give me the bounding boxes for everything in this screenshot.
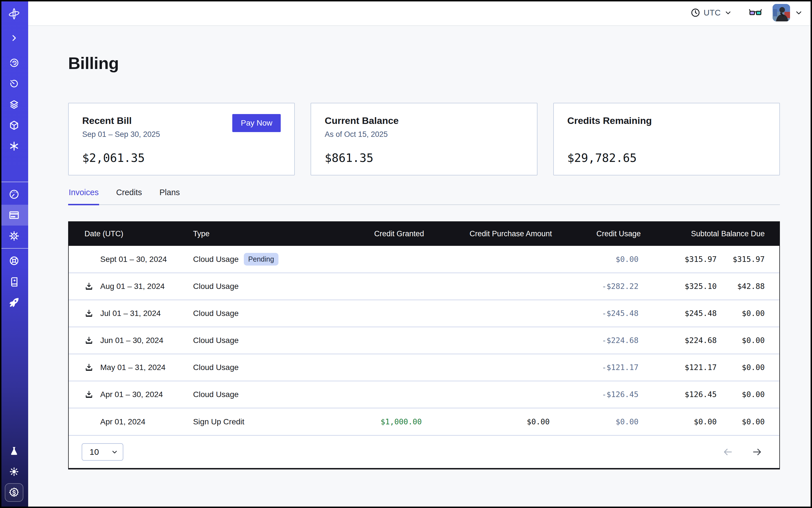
prev-page-button[interactable] <box>722 447 733 457</box>
credit-granted-cell: $1,000.00 <box>314 408 424 435</box>
invoice-type: Cloud Usage <box>193 390 239 399</box>
sidebar-group-help <box>0 250 28 313</box>
credit-purchase-amount-cell <box>424 273 552 300</box>
subtotal-cell: $325.10 <box>641 273 719 300</box>
nav-labs[interactable] <box>0 440 28 461</box>
invoice-row: Jul 01 – 31, 2024Cloud Usage-$245.48$245… <box>69 300 779 327</box>
nav-earn-credits[interactable] <box>0 482 28 503</box>
nav-services[interactable] <box>0 136 28 157</box>
sidebar-group-logo <box>0 0 28 28</box>
nav-usage[interactable] <box>0 184 28 205</box>
invoice-type-cell: Cloud Usage <box>193 354 314 381</box>
nav-history[interactable] <box>0 73 28 94</box>
billing-tabs: Invoices Credits Plans <box>68 188 780 205</box>
sidebar-group-collapse <box>0 28 28 48</box>
pay-now-button[interactable]: Pay Now <box>232 114 281 132</box>
invoice-row: Jun 01 – 30, 2024Cloud Usage-$224.68$224… <box>69 327 779 354</box>
status-badge-pending: Pending <box>244 253 279 265</box>
sidebar-expand-button[interactable] <box>0 28 28 48</box>
tab-invoices[interactable]: Invoices <box>68 188 99 204</box>
pagination <box>722 447 762 457</box>
page-size-value: 10 <box>90 447 99 457</box>
nav-settings[interactable] <box>0 225 28 246</box>
credit-granted-cell <box>314 327 424 354</box>
invoice-type-cell: Cloud Usage <box>193 273 314 300</box>
avatar <box>773 4 790 22</box>
nav-getting-started[interactable] <box>0 292 28 313</box>
credit-purchase-amount-cell <box>424 300 552 327</box>
invoice-date-cell: Apr 01 – 30, 2024 <box>69 381 193 408</box>
chevron-down-icon <box>795 8 803 17</box>
invoice-date: Jul 01 – 31, 2024 <box>100 309 161 318</box>
sidebar-group-account <box>0 184 28 246</box>
subtotal-cell: $245.48 <box>641 300 719 327</box>
rocket-icon <box>9 297 19 308</box>
invoice-row: Aug 01 – 31, 2024Cloud Usage-$282.22$325… <box>69 273 779 300</box>
credit-usage-value: $0.00 <box>616 417 639 426</box>
sidebar-divider <box>0 182 28 182</box>
credits-remaining-amount: $29,782.65 <box>567 151 766 165</box>
balance-due-value: $42.88 <box>737 282 765 291</box>
credit-granted-cell <box>314 300 424 327</box>
subtotal-value: $224.68 <box>685 336 717 345</box>
credit-usage-value: -$121.17 <box>602 363 639 372</box>
gauge-icon <box>9 189 19 200</box>
nav-layers[interactable] <box>0 94 28 115</box>
invoice-date-cell: Apr 01, 2024 <box>69 408 193 435</box>
download-invoice-button[interactable] <box>84 309 93 318</box>
credit-granted-value: $1,000.00 <box>381 417 422 426</box>
topbar: UTC <box>28 0 812 26</box>
timezone-selector[interactable]: UTC <box>691 8 732 17</box>
subtotal-value: $126.45 <box>685 390 717 399</box>
balance-due-cell: $0.00 <box>719 354 779 381</box>
subtotal-value: $325.10 <box>685 282 717 291</box>
invoice-type: Cloud Usage <box>193 336 239 345</box>
balance-due-cell: $315.97 <box>719 246 779 273</box>
invoice-type-cell: Cloud Usage <box>193 300 314 327</box>
sidebar-divider <box>0 248 28 249</box>
user-menu[interactable] <box>773 4 803 22</box>
column-header-credit-usage: Credit Usage <box>552 222 641 246</box>
page-title: Billing <box>68 53 780 73</box>
nav-theme-toggle[interactable] <box>0 461 28 482</box>
next-page-button[interactable] <box>752 447 762 457</box>
download-invoice-button[interactable] <box>84 390 93 399</box>
column-header-type: Type <box>193 222 314 246</box>
page-size-select[interactable]: 10 <box>82 443 123 461</box>
credit-usage-value: $0.00 <box>616 255 639 263</box>
nav-docs[interactable] <box>0 271 28 292</box>
nav-billing[interactable] <box>0 205 28 225</box>
credit-usage-cell: -$282.22 <box>552 273 641 300</box>
invoice-row: May 01 – 31, 2024Cloud Usage-$121.17$121… <box>69 354 779 381</box>
sun-icon <box>9 467 19 477</box>
invoice-date: Apr 01 – 30, 2024 <box>100 390 163 399</box>
invoice-date: May 01 – 31, 2024 <box>100 363 166 372</box>
tab-plans[interactable]: Plans <box>159 188 180 204</box>
nav-support[interactable] <box>0 250 28 271</box>
subtotal-cell: $126.45 <box>641 381 719 408</box>
sidebar-group-bottom <box>0 440 28 503</box>
billing-page: Billing Recent Bill Sep 01 – Sep 30, 202… <box>28 26 812 508</box>
nav-observability[interactable] <box>0 52 28 73</box>
reader-glasses-button[interactable] <box>749 8 762 17</box>
balance-due-value: $0.00 <box>742 390 765 399</box>
credit-card-icon <box>8 210 20 221</box>
column-header-date-utc-: Date (UTC) <box>69 222 193 246</box>
balance-due-value: $0.00 <box>742 309 765 318</box>
card-subtitle: As of Oct 15, 2025 <box>325 130 399 139</box>
credit-granted-cell <box>314 246 424 273</box>
card-subtitle: Sep 01 – Sep 30, 2025 <box>82 130 160 139</box>
subtotal-cell: $224.68 <box>641 327 719 354</box>
app-logo[interactable] <box>0 0 28 28</box>
credit-usage-cell: $0.00 <box>552 246 641 273</box>
download-invoice-button[interactable] <box>84 282 93 291</box>
download-invoice-button[interactable] <box>84 363 93 372</box>
download-invoice-button[interactable] <box>84 336 93 345</box>
layers-icon <box>9 99 19 110</box>
tab-credits[interactable]: Credits <box>116 188 142 204</box>
card-title: Credits Remaining <box>567 115 652 126</box>
invoice-type-cell: Sign Up Credit <box>193 408 314 435</box>
nav-resources[interactable] <box>0 115 28 136</box>
sidebar-spacer <box>0 313 28 440</box>
subtotal-value: $0.00 <box>694 417 717 426</box>
